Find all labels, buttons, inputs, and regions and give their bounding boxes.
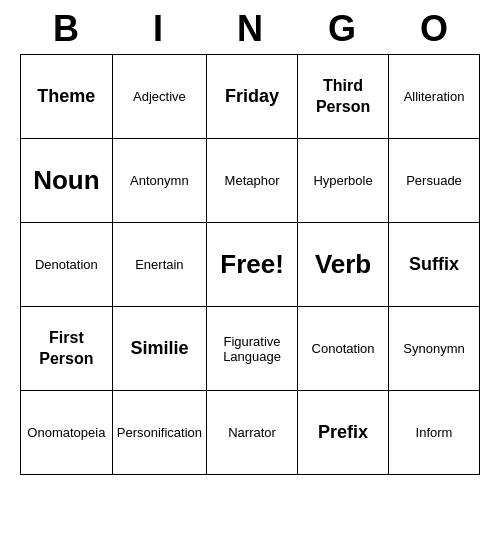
table-row: DenotationEnertainFree!VerbSuffix [21, 223, 480, 307]
bingo-letter-i: I [118, 8, 198, 50]
bingo-cell-r4-c3: Prefix [298, 391, 389, 475]
bingo-cell-r1-c1: Antonymn [112, 139, 206, 223]
bingo-cell-r3-c3: Conotation [298, 307, 389, 391]
bingo-cell-r0-c4: Alliteration [389, 55, 480, 139]
bingo-cell-r2-c0: Denotation [21, 223, 113, 307]
table-row: ThemeAdjectiveFridayThirdPersonAlliterat… [21, 55, 480, 139]
bingo-cell-r0-c2: Friday [207, 55, 298, 139]
bingo-cell-r2-c2: Free! [207, 223, 298, 307]
bingo-cell-r1-c2: Metaphor [207, 139, 298, 223]
bingo-cell-r1-c0: Noun [21, 139, 113, 223]
bingo-cell-r2-c3: Verb [298, 223, 389, 307]
bingo-cell-r1-c4: Persuade [389, 139, 480, 223]
bingo-cell-r4-c2: Narrator [207, 391, 298, 475]
bingo-cell-r3-c4: Synonymn [389, 307, 480, 391]
bingo-cell-r0-c0: Theme [21, 55, 113, 139]
bingo-cell-r2-c4: Suffix [389, 223, 480, 307]
bingo-letter-n: N [210, 8, 290, 50]
bingo-cell-r3-c1: Similie [112, 307, 206, 391]
table-row: OnomatopeiaPersonificationNarratorPrefix… [21, 391, 480, 475]
bingo-cell-r0-c1: Adjective [112, 55, 206, 139]
bingo-cell-r0-c3: ThirdPerson [298, 55, 389, 139]
bingo-grid: ThemeAdjectiveFridayThirdPersonAlliterat… [20, 54, 480, 475]
bingo-header: BINGO [20, 0, 480, 54]
table-row: NounAntonymnMetaphorHyperbolePersuade [21, 139, 480, 223]
bingo-cell-r4-c1: Personification [112, 391, 206, 475]
bingo-cell-r3-c0: FirstPerson [21, 307, 113, 391]
bingo-cell-r4-c4: Inform [389, 391, 480, 475]
table-row: FirstPersonSimilieFigurativeLanguageCono… [21, 307, 480, 391]
bingo-letter-b: B [26, 8, 106, 50]
bingo-cell-r3-c2: FigurativeLanguage [207, 307, 298, 391]
bingo-cell-r1-c3: Hyperbole [298, 139, 389, 223]
bingo-letter-g: G [302, 8, 382, 50]
bingo-letter-o: O [394, 8, 474, 50]
bingo-cell-r2-c1: Enertain [112, 223, 206, 307]
bingo-cell-r4-c0: Onomatopeia [21, 391, 113, 475]
